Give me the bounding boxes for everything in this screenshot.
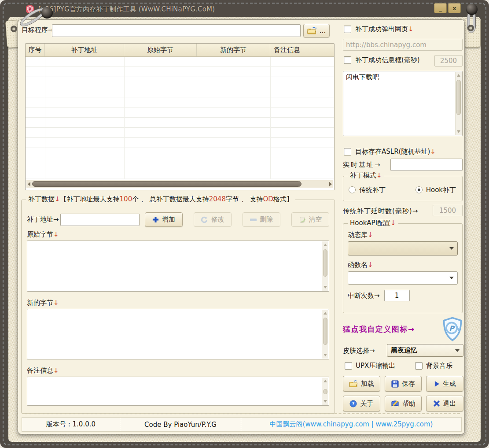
left-rivet	[41, 7, 53, 19]
new-bytes-textarea[interactable]	[27, 309, 322, 359]
patch-table[interactable]: 序号 补丁地址 原始字节 新的字节 备注信息	[25, 43, 335, 190]
dll-dropdown[interactable]	[348, 241, 458, 255]
patch-address-label: 补丁地址→	[27, 215, 60, 224]
base-address-input[interactable]	[390, 159, 463, 171]
svg-text:P: P	[29, 7, 31, 11]
status-bar: 版本号 : 1.0.0.0 Code By PiaoYun/P.Y.G 中国飘云…	[22, 417, 462, 432]
delete-button-label: 删除	[260, 215, 273, 224]
right-grommet	[467, 25, 474, 31]
pyg-shield-icon[interactable]: P	[441, 317, 463, 341]
help-button-label: 帮助	[402, 400, 415, 408]
save-button[interactable]: 保存	[385, 376, 422, 392]
help-button[interactable]: 帮助	[385, 396, 422, 411]
break-count-input[interactable]	[384, 290, 410, 301]
about-button[interactable]: ? 关于	[343, 396, 380, 411]
add-button[interactable]: 增加	[145, 212, 183, 227]
msgbox-textarea[interactable]: 闪电下载吧	[343, 71, 455, 136]
generate-button[interactable]: 生成	[426, 376, 463, 392]
target-program-label: 目标程序→	[22, 26, 54, 34]
action-buttons: 加载 保存 生成 ? 关于 帮助 退出	[343, 376, 463, 411]
col-header-new[interactable]: 新的字节	[197, 44, 270, 56]
col-header-orig[interactable]: 原始字节	[124, 44, 197, 56]
modify-button[interactable]: 修改	[194, 212, 232, 227]
delay-input[interactable]	[433, 205, 463, 216]
radio-hook-patch[interactable]	[415, 186, 423, 193]
close-icon: x	[452, 5, 456, 11]
clear-page-icon	[299, 216, 306, 223]
scroll-up-icon[interactable]	[324, 244, 327, 246]
browse-button[interactable]: ...	[303, 24, 330, 37]
orig-bytes-textarea[interactable]	[27, 241, 322, 291]
scroll-left-icon[interactable]	[28, 182, 30, 186]
status-credit: Code By PiaoYun/P.Y.G	[120, 418, 241, 431]
patch-mode-group: 补丁模式↓ 传统补丁 Hook补丁	[343, 176, 463, 201]
scroll-up-icon[interactable]	[457, 74, 460, 77]
scrollbar-thumb[interactable]	[323, 318, 327, 345]
col-header-address[interactable]: 补丁地址	[45, 44, 124, 56]
remark-area[interactable]	[27, 377, 329, 406]
folder-open-icon	[307, 27, 316, 34]
func-dropdown[interactable]	[348, 271, 458, 285]
msgbox-ms-input[interactable]	[434, 55, 463, 67]
radio-traditional-patch[interactable]	[349, 186, 356, 193]
skin-dropdown[interactable]: 黑夜追忆	[387, 344, 463, 357]
horizontal-scrollbar[interactable]	[26, 180, 333, 188]
modify-refresh-icon	[201, 216, 208, 223]
scroll-right-icon[interactable]	[329, 182, 332, 186]
target-program-input[interactable]	[52, 24, 301, 37]
modify-button-label: 修改	[211, 215, 224, 224]
aslr-checkbox[interactable]	[344, 148, 351, 156]
new-bytes-area[interactable]	[27, 309, 329, 359]
msgbox-checkbox[interactable]	[344, 56, 351, 64]
hookapi-group-title: HookAPI配置↓	[348, 219, 398, 227]
scroll-up-icon[interactable]	[324, 380, 327, 382]
window-title: [x86]PYG官方内存补丁制作工具 (WwW.CHiNaPYG.CoM)	[38, 5, 215, 14]
patch-address-input[interactable]	[60, 214, 140, 226]
status-site-link[interactable]: 中国飘云阁(www.chinapyg.com | www.25pyg.com)	[241, 418, 461, 431]
clear-button[interactable]: 清空	[291, 212, 329, 227]
col-header-remark[interactable]: 备注信息	[270, 44, 334, 56]
scroll-down-icon[interactable]	[324, 354, 327, 356]
clear-button-label: 清空	[309, 215, 322, 224]
col-header-index[interactable]: 序号	[26, 44, 45, 56]
minimize-button[interactable]: _	[434, 3, 447, 13]
generate-button-label: 生成	[443, 380, 456, 388]
orig-bytes-area[interactable]	[27, 241, 329, 292]
exit-button[interactable]: 退出	[426, 396, 463, 411]
custom-icon-label[interactable]: 猛点我自定义图标→	[343, 324, 415, 334]
left-grommet	[11, 26, 17, 32]
column-divider	[270, 57, 271, 179]
column-divider	[124, 57, 125, 179]
music-checkbox[interactable]	[415, 362, 423, 370]
hookapi-group: HookAPI配置↓ 动态库↓ 函数名↓ 中断次数→	[343, 223, 463, 313]
music-label: 背景音乐	[426, 362, 452, 370]
scrollbar-thumb[interactable]	[456, 80, 461, 115]
delete-button[interactable]: 删除	[243, 212, 280, 227]
scroll-down-icon[interactable]	[457, 130, 460, 133]
vertical-scrollbar[interactable]	[322, 241, 328, 291]
scroll-down-icon[interactable]	[324, 400, 327, 403]
title-bar[interactable]: P [x86]PYG官方内存补丁制作工具 (WwW.CHiNaPYG.CoM)	[0, 0, 489, 19]
remark-textarea[interactable]	[27, 377, 322, 405]
scrollbar-thumb[interactable]	[323, 389, 327, 394]
scroll-up-icon[interactable]	[324, 312, 327, 315]
vertical-scrollbar[interactable]	[322, 378, 328, 405]
scroll-down-icon[interactable]	[324, 286, 327, 289]
aslr-label: 目标存在ASLR(随机基址)↓	[355, 148, 436, 156]
scrollbar-thumb[interactable]	[323, 249, 327, 277]
vertical-scrollbar[interactable]	[322, 310, 328, 359]
remark-label: 备注信息↓	[27, 367, 59, 374]
popup-url-input[interactable]	[343, 39, 463, 51]
load-button[interactable]: 加载	[343, 376, 380, 392]
close-button[interactable]: x	[448, 3, 461, 13]
popup-web-checkbox[interactable]	[344, 26, 351, 33]
upx-checkbox[interactable]	[345, 362, 352, 370]
right-rivet	[466, 4, 478, 15]
msgbox-text-area[interactable]: 闪电下载吧	[343, 71, 463, 136]
dll-label: 动态库↓	[348, 231, 373, 239]
vertical-scrollbar[interactable]	[455, 72, 462, 135]
patch-table-body[interactable]	[26, 57, 334, 179]
minus-icon	[250, 218, 257, 221]
scrollbar-thumb[interactable]	[32, 181, 301, 187]
radio-hook-label: Hook补丁	[426, 186, 456, 194]
